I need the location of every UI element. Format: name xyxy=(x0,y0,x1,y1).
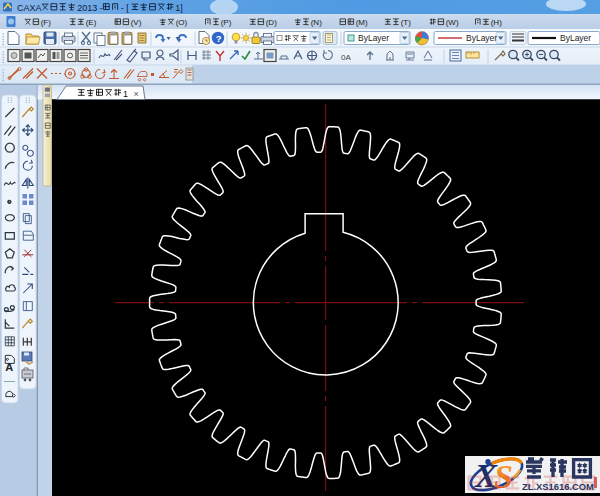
svg-text:(T): (T) xyxy=(401,18,412,27)
svg-text:(D): (D) xyxy=(266,18,277,27)
svg-text:1: 1 xyxy=(123,89,128,99)
svg-text:(V): (V) xyxy=(131,18,142,27)
svg-text:(H): (H) xyxy=(491,18,502,27)
svg-text:0A: 0A xyxy=(341,53,351,62)
svg-text:A: A xyxy=(5,361,13,373)
svg-text:(M): (M) xyxy=(356,18,368,27)
svg-text:?: ? xyxy=(216,33,222,44)
svg-text:×: × xyxy=(134,89,139,99)
svg-text:ByLayer: ByLayer xyxy=(560,33,591,43)
svg-text:1]: 1] xyxy=(175,3,183,13)
svg-text:(E): (E) xyxy=(86,18,97,27)
svg-text:(F): (F) xyxy=(41,18,52,27)
svg-text:- [: - [ xyxy=(121,3,129,13)
svg-text:ByLayer: ByLayer xyxy=(358,33,389,43)
svg-text:(P): (P) xyxy=(221,18,232,27)
svg-text:ZL.XS1616.COM: ZL.XS1616.COM xyxy=(522,481,594,492)
svg-text:2013 -: 2013 - xyxy=(77,3,103,13)
svg-text:(W): (W) xyxy=(446,18,459,27)
svg-text:(O): (O) xyxy=(176,18,188,27)
svg-text:ByLayer: ByLayer xyxy=(466,33,497,43)
svg-text:CAXA: CAXA xyxy=(17,3,42,13)
svg-text:(N): (N) xyxy=(311,18,322,27)
